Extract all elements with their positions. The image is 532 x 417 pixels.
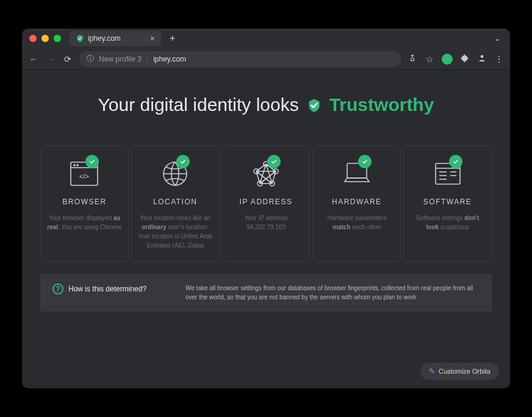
card-hardware[interactable]: HARDWARE Hardware parameters match each … (312, 146, 401, 262)
card-desc: Hardware parameters match each other (319, 213, 394, 232)
url-text: iphey.com (153, 55, 186, 63)
headline: Your digital identity looks Trustworthy (40, 94, 492, 115)
address-bar[interactable]: ⓘ New profile 3 | iphey.com (79, 51, 401, 67)
headline-status: Trustworthy (329, 94, 434, 115)
site-info-icon[interactable]: ⓘ (87, 54, 94, 64)
card-desc: Software settings don't look suspicious (410, 213, 485, 232)
browser-window-icon: </> (66, 159, 102, 189)
browser-window: iphey.com × + ⌄ ← → ⟳ ⓘ New profile 3 | … (22, 29, 510, 388)
card-title: IP ADDRESS (229, 198, 304, 206)
check-badge-icon (267, 155, 281, 168)
card-title: LOCATION (138, 198, 213, 206)
shield-icon (306, 97, 322, 113)
card-title: SOFTWARE (410, 198, 485, 206)
card-desc: Your IP address 94.202.79.103 (229, 213, 304, 232)
status-cards: </> BROWSER Your browser displayed as re… (40, 146, 492, 262)
window-close-button[interactable] (29, 35, 37, 42)
card-location[interactable]: LOCATION Your location looks like an ord… (131, 146, 220, 262)
customize-label: Customize Orbita (439, 368, 491, 375)
profile-avatar-icon[interactable] (442, 54, 453, 65)
card-browser[interactable]: </> BROWSER Your browser displayed as re… (40, 146, 129, 262)
info-bar: ? How is this determined? We take all br… (40, 274, 492, 312)
tab-close-icon[interactable]: × (150, 34, 155, 43)
window-minimize-button[interactable] (41, 35, 49, 42)
reload-button[interactable]: ⟳ (62, 54, 73, 64)
card-desc: Your location looks like an ordinary use… (138, 213, 213, 250)
question-icon: ? (52, 283, 63, 294)
browser-tab[interactable]: iphey.com × (70, 30, 161, 46)
svg-point-4 (74, 165, 75, 166)
info-question-group: ? How is this determined? (52, 283, 174, 294)
page-content: Your digital identity looks Trustworthy … (22, 70, 510, 388)
svg-point-1 (481, 55, 484, 58)
headline-prefix: Your digital identity looks (98, 94, 299, 115)
info-answer: We take all browser settings from our da… (185, 283, 480, 302)
back-button[interactable]: ← (28, 54, 39, 64)
pencil-icon: ✎ (429, 367, 435, 376)
info-question: How is this determined? (68, 285, 146, 293)
browser-toolbar: ← → ⟳ ⓘ New profile 3 | iphey.com ☆ ⋮ (22, 48, 510, 70)
user-icon[interactable] (477, 54, 487, 64)
check-badge-icon (358, 155, 372, 168)
card-title: HARDWARE (319, 198, 394, 206)
card-desc: Your browser displayed as real. You are … (47, 213, 122, 232)
svg-text:</>: </> (79, 173, 89, 180)
extensions-icon[interactable] (460, 54, 470, 64)
tab-title: iphey.com (88, 34, 121, 43)
tab-favicon (76, 34, 84, 43)
window-maximize-button[interactable] (54, 35, 61, 42)
menu-dots-icon[interactable]: ⋮ (494, 54, 504, 64)
window-titlebar: iphey.com × + ⌄ (22, 29, 510, 48)
card-title: BROWSER (47, 198, 122, 206)
globe-icon (157, 159, 193, 189)
svg-point-0 (445, 57, 450, 62)
profile-label: New profile 3 (99, 55, 142, 63)
new-tab-button[interactable]: + (166, 33, 179, 44)
card-ip[interactable]: IP ADDRESS Your IP address 94.202.79.103 (222, 146, 311, 262)
tabs-menu-chevron-icon[interactable]: ⌄ (492, 34, 503, 43)
settings-list-icon (430, 159, 466, 189)
toolbar-right: ☆ ⋮ (408, 54, 504, 65)
traffic-lights (29, 35, 61, 42)
network-icon (248, 159, 284, 189)
svg-point-5 (77, 165, 78, 166)
card-software[interactable]: SOFTWARE Software settings don't look su… (403, 146, 492, 262)
share-icon[interactable] (408, 54, 417, 64)
check-badge-icon (449, 155, 462, 168)
laptop-icon (339, 159, 375, 189)
customize-button[interactable]: ✎ Customize Orbita (420, 363, 499, 380)
forward-button[interactable]: → (45, 54, 56, 64)
bookmark-star-icon[interactable]: ☆ (425, 54, 434, 64)
